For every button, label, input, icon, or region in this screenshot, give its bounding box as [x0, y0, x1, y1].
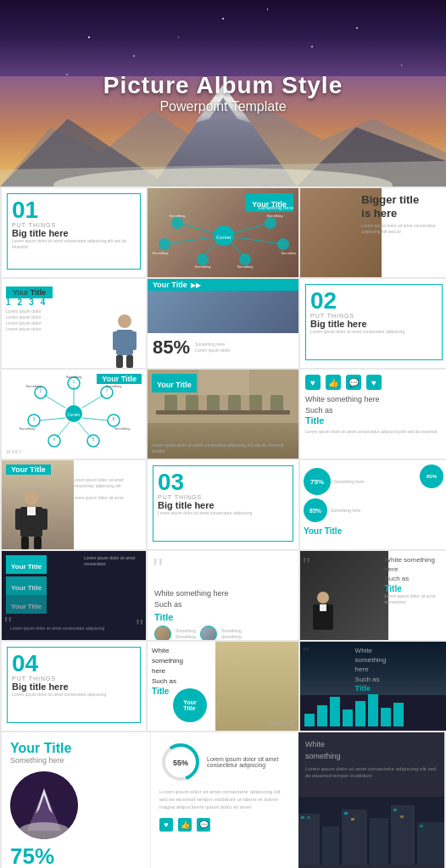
- slide-1-3: Bigger titleis here Lorem ipsum dolor si…: [300, 188, 446, 277]
- svg-text:Something: Something: [266, 214, 282, 218]
- text-5-3: Lorem ipsum dolor sit amet consectetur: [384, 593, 443, 605]
- city-svg: [298, 797, 444, 865]
- svg-rect-92: [370, 818, 388, 865]
- hero-section: Picture Album Style Powerpoint Template: [0, 0, 446, 186]
- slides-row-1: 01 PUT THINGS Big title here Lorem ipsum…: [2, 188, 444, 277]
- slide-title-02: Big title here: [310, 319, 438, 329]
- slide-4-2: 03 PUT THINGS Big title here Lorem ipsum…: [148, 460, 298, 549]
- slide-num-03: 03: [158, 470, 288, 494]
- slide-2-2: Your Title ▶▶ 85% Something hereLorem ip…: [148, 279, 298, 368]
- slides-row-5: Your Title Your Title Your Title " " Lor…: [2, 551, 444, 640]
- pct-85: 85%: [309, 508, 321, 514]
- slide-2-3-inner: 02 PUT THINGS Big title here Lorem ipsum…: [300, 279, 446, 368]
- svg-rect-89: [298, 814, 320, 865]
- svg-text:Something: Something: [194, 264, 210, 269]
- slide-title-03: Big title here: [158, 500, 288, 510]
- svg-line-45: [57, 422, 70, 437]
- svg-rect-66: [228, 395, 241, 412]
- slide-tag-02: PUT THINGS: [310, 313, 438, 319]
- your-title-6-2-circle: YourTitle: [183, 699, 196, 711]
- slide-1-1-inner: 01 PUT THINGS Big title here Lorem ipsum…: [2, 188, 146, 277]
- slide-2-3: 02 PUT THINGS Big title here Lorem ipsum…: [300, 279, 446, 368]
- step-1: 1: [6, 298, 11, 307]
- svg-text:2: 2: [40, 388, 42, 393]
- svg-rect-70: [198, 370, 249, 395]
- slide-num: 01: [12, 198, 136, 222]
- network-svg: Center Something Something Something: [2, 370, 146, 450]
- diagram-svg: Center Something Something Something Som…: [152, 210, 296, 270]
- slide-3-3-inner: ♥ 👍 💬 ♥ White something hereSuch as Titl…: [300, 370, 446, 459]
- svg-rect-94: [417, 822, 444, 865]
- white-something-bottom: Whitesomething: [305, 739, 438, 762]
- quote-5-3: ": [303, 554, 310, 578]
- text-4-1: Lorem ipsum dolor sit amet consectetur a…: [72, 477, 142, 501]
- slide-5-3: " White something hereSuch as Title Lore…: [300, 551, 446, 640]
- mid-text2: consectetur adipiscing: [207, 762, 278, 768]
- svg-text:Center: Center: [216, 235, 231, 240]
- slides-row-4: Your Title Lorem ipsum dolor sit: [2, 460, 444, 549]
- slides-row-2: Your Title 1 2 3 4 Lorem ipsum dolorLore…: [2, 279, 444, 368]
- your-title-5-1b: Your Title: [11, 584, 42, 592]
- svg-rect-97: [344, 812, 348, 815]
- slide-text-02: Lorem ipsum dolor sit amet consectetur a…: [310, 329, 438, 335]
- slide-tag-03: PUT THINGS: [158, 494, 288, 500]
- person-svg: [108, 313, 142, 368]
- slide-1-2: Your Title Something here: [148, 188, 298, 277]
- svg-rect-91: [342, 810, 367, 865]
- slide-title: Big title here: [12, 228, 136, 238]
- svg-rect-67: [249, 395, 262, 412]
- svg-point-19: [239, 253, 251, 265]
- pct-65: 65%: [426, 474, 437, 479]
- bottom-75-percent: 75%: [10, 843, 142, 868]
- white-something-5-2: White something hereSuch as: [148, 586, 298, 612]
- your-title-5-1c: Your Title: [11, 603, 42, 610]
- text-6-2: Lorem ipsum: [270, 721, 294, 726]
- svg-line-47: [78, 422, 91, 437]
- svg-rect-100: [400, 815, 404, 818]
- slide-title-04: Big title here: [12, 682, 136, 692]
- step-2: 2: [18, 298, 23, 307]
- svg-rect-74: [15, 509, 23, 530]
- icon-heart-bottom: ♥: [164, 821, 168, 829]
- slide-4-3: 65% 75% Something here 85% Something her…: [300, 460, 446, 549]
- num-labels: 10 9 8 7: [6, 449, 21, 454]
- slide-text-03: Lorem ipsum dolor sit amet consectetur a…: [158, 510, 288, 516]
- svg-rect-32: [116, 355, 123, 368]
- slide-4-2-inner: 03 PUT THINGS Big title here Lorem ipsum…: [148, 460, 298, 549]
- slides-container: 01 PUT THINGS Big title here Lorem ipsum…: [0, 186, 446, 868]
- slide-3-1: Your Title Center Something Something So…: [2, 370, 146, 459]
- title-3-3: Title: [305, 415, 443, 426]
- svg-rect-93: [391, 805, 415, 865]
- your-title-4-3: Your Title: [304, 526, 444, 536]
- text2-5-1: Lorem ipsum dolor sit amet consectetur a…: [10, 626, 137, 632]
- svg-rect-30: [113, 331, 120, 350]
- pct85-text: Something here: [331, 508, 360, 514]
- man-svg: [10, 490, 53, 549]
- step-4: 4: [41, 298, 46, 307]
- bottom-middle: 55% Lorem ipsum dolor sit amet consectet…: [150, 732, 298, 868]
- svg-point-78: [317, 592, 329, 604]
- svg-rect-69: [156, 410, 290, 415]
- quote-5-2: ": [148, 551, 298, 586]
- mid-text1: Lorem ipsum dolor sit amet: [207, 756, 278, 762]
- svg-text:Something: Something: [281, 251, 296, 255]
- slides-row-3: Your Title Center Something Something So…: [2, 370, 444, 459]
- person1-5-2: SomethingSomething: [176, 628, 196, 640]
- bottom-mid-text: Lorem ipsum dolor sit amet consectetur a…: [159, 788, 290, 811]
- text-5-1: Lorem ipsum dolor sit amet consectetur: [84, 555, 142, 567]
- bottom-row: Your Title Something here 75% Lorem ipsu…: [2, 732, 444, 868]
- your-title-banner: Your Title: [153, 281, 187, 289]
- slide-6-1-inner: 04 PUT THINGS Big title here Lorem ipsum…: [2, 642, 146, 731]
- your-title-5-1a: Your Title: [11, 563, 42, 570]
- svg-rect-95: [301, 816, 304, 819]
- slide-5-2: " White something hereSuch as Title Some…: [148, 551, 298, 640]
- svg-line-52: [82, 395, 103, 408]
- svg-text:55%: 55%: [173, 759, 188, 767]
- slide-text-04: Lorem ipsum dolor sit amet consectetur a…: [12, 692, 136, 698]
- bigger-title: Bigger titleis here: [361, 193, 443, 220]
- bottom-something-here: Something here: [10, 756, 142, 765]
- bottom-right-text: Lorem ipsum dolor sit amet consectetur a…: [305, 765, 438, 780]
- arc-svg: 55%: [159, 741, 202, 783]
- slide-4-3-inner: 65% 75% Something here 85% Something her…: [300, 460, 446, 549]
- svg-rect-90: [322, 826, 339, 865]
